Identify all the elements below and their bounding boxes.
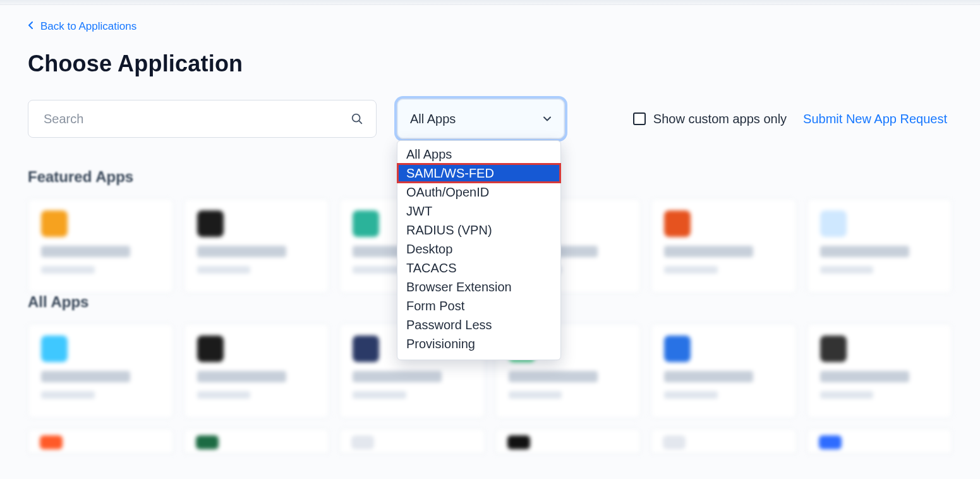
app-title-placeholder xyxy=(820,371,909,382)
filter-option-all-apps[interactable]: All Apps xyxy=(397,145,560,164)
filter-option-desktop[interactable]: Desktop xyxy=(397,240,560,258)
app-logo-icon xyxy=(40,435,63,449)
app-title-placeholder xyxy=(664,371,753,382)
app-logo-icon xyxy=(351,435,374,449)
app-card[interactable] xyxy=(339,428,485,454)
app-subtitle-placeholder xyxy=(41,391,95,399)
app-title-placeholder xyxy=(820,246,909,257)
app-card[interactable] xyxy=(651,324,797,418)
app-logo-icon xyxy=(664,336,691,362)
app-card[interactable] xyxy=(184,198,330,293)
app-logo-icon xyxy=(664,210,691,237)
app-card[interactable] xyxy=(28,198,174,293)
filter-option-jwt[interactable]: JWT xyxy=(397,202,560,221)
app-card[interactable] xyxy=(807,428,953,454)
app-logo-icon xyxy=(197,210,224,237)
app-subtitle-placeholder xyxy=(820,266,874,274)
app-subtitle-placeholder xyxy=(353,391,406,399)
page-title: Choose Application xyxy=(28,51,952,77)
app-logo-icon xyxy=(41,336,68,362)
all-apps-row-peek xyxy=(28,428,952,454)
app-card[interactable] xyxy=(28,428,174,454)
app-subtitle-placeholder xyxy=(664,391,718,399)
app-card[interactable] xyxy=(651,198,797,293)
filter-select[interactable]: All Apps xyxy=(397,99,565,139)
app-title-placeholder xyxy=(197,371,286,382)
app-subtitle-placeholder xyxy=(197,266,251,274)
window-top-gradient xyxy=(0,0,980,5)
controls-row: All Apps All Apps SAML/WS-FED OAuth/Open… xyxy=(28,99,952,139)
chevron-down-icon xyxy=(541,113,553,124)
app-subtitle-placeholder xyxy=(41,266,95,274)
filter-option-radius-vpn[interactable]: RADIUS (VPN) xyxy=(397,221,560,240)
chevron-left-icon xyxy=(28,21,34,31)
app-card[interactable] xyxy=(28,324,174,418)
app-subtitle-placeholder xyxy=(820,391,874,399)
checkbox-box-icon xyxy=(633,112,646,125)
show-custom-apps-only-checkbox[interactable]: Show custom apps only xyxy=(633,112,787,126)
app-logo-icon xyxy=(353,210,379,237)
app-title-placeholder xyxy=(197,246,286,257)
app-card[interactable] xyxy=(807,198,953,293)
app-title-placeholder xyxy=(41,246,130,257)
app-subtitle-placeholder xyxy=(197,391,251,399)
breadcrumb-label: Back to Applications xyxy=(40,20,136,33)
custom-apps-only-label: Show custom apps only xyxy=(653,112,787,126)
filter-option-browser-extension[interactable]: Browser Extension xyxy=(397,277,560,296)
app-logo-icon xyxy=(820,210,847,237)
app-card[interactable] xyxy=(651,428,797,454)
app-title-placeholder xyxy=(509,371,598,382)
app-logo-icon xyxy=(196,435,219,449)
app-logo-icon xyxy=(663,435,686,449)
right-controls: Show custom apps only Submit New App Req… xyxy=(585,112,952,126)
app-logo-icon xyxy=(820,336,847,362)
app-subtitle-placeholder xyxy=(509,391,562,399)
search-input[interactable] xyxy=(42,111,349,127)
app-subtitle-placeholder xyxy=(664,266,718,274)
filter-option-oauth-openid[interactable]: OAuth/OpenID xyxy=(397,183,560,202)
app-card[interactable] xyxy=(184,428,330,454)
filter-option-saml-ws-fed[interactable]: SAML/WS-FED xyxy=(397,164,560,183)
back-to-applications-link[interactable]: Back to Applications xyxy=(28,20,136,33)
app-logo-icon xyxy=(353,336,379,362)
filter-dropdown-menu: All Apps SAML/WS-FED OAuth/OpenID JWT RA… xyxy=(397,140,561,360)
app-card[interactable] xyxy=(184,324,330,418)
app-card[interactable] xyxy=(495,428,641,454)
filter-option-provisioning[interactable]: Provisioning xyxy=(397,334,560,353)
filter-option-form-post[interactable]: Form Post xyxy=(397,296,560,315)
app-logo-icon xyxy=(819,435,842,449)
filter-option-tacacs[interactable]: TACACS xyxy=(397,258,560,277)
app-title-placeholder xyxy=(41,371,130,382)
app-card[interactable] xyxy=(807,324,953,418)
app-logo-icon xyxy=(41,210,68,237)
submit-new-app-request-link[interactable]: Submit New App Request xyxy=(803,112,947,126)
search-icon[interactable] xyxy=(349,111,365,126)
app-type-filter: All Apps All Apps SAML/WS-FED OAuth/Open… xyxy=(397,99,565,139)
filter-option-password-less[interactable]: Password Less xyxy=(397,315,560,334)
filter-selected-label: All Apps xyxy=(410,112,456,126)
app-title-placeholder xyxy=(664,246,753,257)
search-container xyxy=(28,100,377,138)
app-title-placeholder xyxy=(353,371,442,382)
page-content: Back to Applications Choose Application … xyxy=(0,5,980,454)
app-logo-icon xyxy=(507,435,530,449)
app-logo-icon xyxy=(197,336,224,362)
